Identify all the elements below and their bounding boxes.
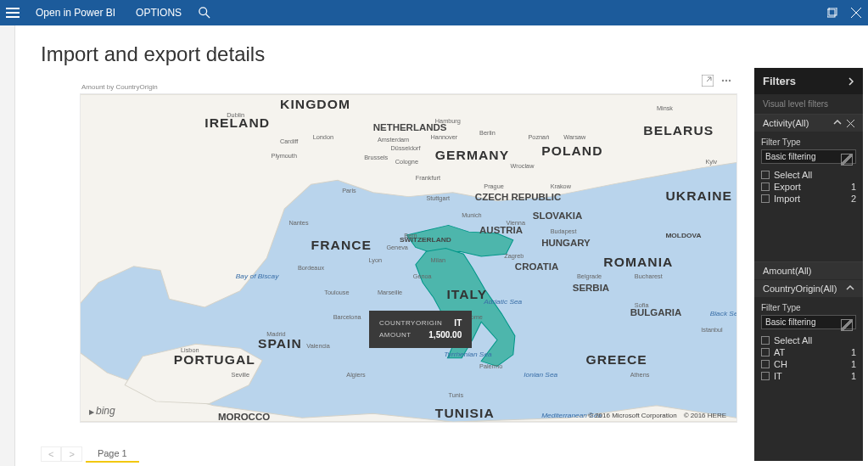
- country-label: UKRAINE: [665, 189, 732, 203]
- svg-text:Nantes: Nantes: [288, 221, 309, 227]
- filter-field-amount[interactable]: Amount(All): [754, 262, 863, 280]
- expand-filters-icon[interactable]: [848, 76, 854, 87]
- country-label: CROATIA: [515, 262, 558, 272]
- bing-logo: bing: [89, 405, 115, 417]
- sea-label: Adriatic Sea: [483, 298, 523, 306]
- options-button[interactable]: OPTIONS: [126, 0, 192, 25]
- filter-type-label: Filter Type: [761, 303, 856, 312]
- svg-text:Palermo: Palermo: [479, 364, 502, 370]
- page-title: Import and export details: [41, 42, 265, 66]
- svg-text:Munich: Munich: [462, 212, 482, 218]
- svg-text:Poznań: Poznań: [529, 134, 550, 140]
- country-label: MOROCCO: [218, 412, 271, 422]
- svg-text:Belgrade: Belgrade: [577, 273, 602, 280]
- svg-text:Seville: Seville: [232, 372, 250, 378]
- country-label: CZECH REPUBLIC: [475, 193, 561, 203]
- svg-text:Geneva: Geneva: [386, 245, 408, 251]
- svg-rect-3: [827, 9, 835, 17]
- svg-text:Zagreb: Zagreb: [504, 253, 524, 260]
- country-label: SERBIA: [573, 283, 609, 293]
- filter-field-countryorigin[interactable]: CountryOrigin(All): [754, 280, 863, 298]
- map-attribution: © 2016 Microsoft Corporation© 2016 HERE: [581, 412, 726, 419]
- filter-field-label: Activity(All): [763, 118, 809, 128]
- filters-title: Filters: [763, 75, 796, 87]
- visual-level-filters-label: Visual level filters: [754, 94, 863, 115]
- filter-type-label: Filter Type: [761, 138, 856, 147]
- svg-rect-2: [829, 8, 837, 15]
- country-label: SLOVAKIA: [533, 211, 582, 221]
- svg-text:Barcelona: Barcelona: [333, 315, 361, 321]
- svg-point-9: [725, 80, 727, 81]
- svg-point-10: [729, 80, 731, 81]
- country-label: HUNGARY: [541, 238, 591, 248]
- report-canvas: Amount by CountryOrigin IRELAND KINGDOM …: [41, 68, 741, 436]
- filter-type-select[interactable]: Basic filtering: [761, 149, 856, 164]
- filter-type-select[interactable]: Basic filtering: [761, 315, 856, 329]
- filter-field-label: CountryOrigin(All): [763, 284, 837, 294]
- map-viewport[interactable]: IRELAND KINGDOM NETHERLANDS GERMANY POLA…: [80, 93, 737, 423]
- svg-text:Sofia: Sofia: [635, 302, 649, 308]
- svg-text:Plymouth: Plymouth: [272, 154, 297, 160]
- sea-label: Bay of Biscay: [236, 272, 280, 280]
- svg-text:Istanbul: Istanbul: [701, 327, 723, 333]
- country-label: FRANCE: [311, 239, 372, 252]
- svg-text:Frankfurt: Frankfurt: [416, 176, 440, 182]
- sea-label: Black Sea: [710, 310, 736, 317]
- clear-filter-icon[interactable]: [847, 120, 854, 127]
- search-icon[interactable]: [192, 0, 217, 25]
- close-window-icon[interactable]: [844, 0, 868, 25]
- svg-text:Cologne: Cologne: [395, 159, 418, 166]
- select-all-checkbox[interactable]: Select All: [761, 334, 856, 346]
- svg-text:Amsterdam: Amsterdam: [378, 137, 409, 143]
- prev-page-icon[interactable]: <: [41, 446, 61, 462]
- svg-text:Minsk: Minsk: [657, 106, 674, 112]
- svg-text:Wroclaw: Wroclaw: [511, 163, 535, 169]
- svg-text:Valencia: Valencia: [306, 343, 330, 349]
- filter-option[interactable]: Import 2: [761, 193, 856, 205]
- filter-option[interactable]: AT 1: [761, 346, 856, 358]
- country-label: BELARUS: [643, 124, 714, 138]
- svg-line-1: [206, 14, 210, 18]
- next-page-icon[interactable]: >: [61, 446, 81, 462]
- svg-text:Dublin: Dublin: [227, 112, 244, 118]
- hamburger-menu-icon[interactable]: [0, 0, 25, 25]
- svg-text:Bern: Bern: [404, 233, 417, 239]
- restore-window-icon[interactable]: [820, 0, 844, 25]
- svg-text:Prague: Prague: [484, 183, 504, 190]
- svg-text:Toulouse: Toulouse: [324, 290, 349, 296]
- collapse-icon[interactable]: [846, 284, 854, 293]
- svg-text:Berlin: Berlin: [479, 130, 496, 136]
- svg-point-0: [199, 8, 207, 15]
- svg-text:Paris: Paris: [342, 188, 356, 194]
- filters-header[interactable]: Filters: [754, 68, 863, 94]
- filter-field-activity[interactable]: Activity(All): [754, 115, 863, 132]
- map-visual[interactable]: Amount by CountryOrigin IRELAND KINGDOM …: [80, 76, 737, 433]
- collapse-icon[interactable]: [833, 119, 842, 127]
- svg-line-7: [707, 77, 711, 81]
- left-panel-collapsed[interactable]: [0, 0, 15, 466]
- svg-text:Hamburg: Hamburg: [435, 118, 461, 125]
- svg-text:Madrid: Madrid: [266, 331, 285, 337]
- filter-option[interactable]: Export 1: [761, 181, 856, 193]
- page-tab-1[interactable]: Page 1: [86, 446, 139, 463]
- svg-text:Bucharest: Bucharest: [635, 273, 663, 279]
- select-all-checkbox[interactable]: Select All: [761, 169, 856, 181]
- open-in-powerbi-button[interactable]: Open in Power BI: [25, 0, 126, 25]
- svg-text:Krakow: Krakow: [551, 183, 572, 189]
- more-options-icon[interactable]: [720, 75, 732, 87]
- focus-mode-icon[interactable]: [702, 75, 714, 87]
- country-label: POLAND: [541, 144, 602, 158]
- country-label: SPAIN: [258, 337, 302, 351]
- country-label: NETHERLANDS: [373, 123, 447, 133]
- svg-text:Bordeaux: Bordeaux: [298, 266, 325, 272]
- page-tabs: < > Page 1: [41, 446, 139, 463]
- country-label: TUNISIA: [435, 407, 495, 420]
- svg-text:Marseille: Marseille: [378, 290, 402, 296]
- filter-option[interactable]: CH 1: [761, 358, 856, 370]
- country-label: KINGDOM: [280, 98, 350, 111]
- svg-text:Stuttgart: Stuttgart: [426, 196, 450, 203]
- svg-text:Düsseldorf: Düsseldorf: [391, 145, 421, 151]
- svg-text:London: London: [313, 134, 333, 140]
- filter-option[interactable]: IT 1: [761, 370, 856, 382]
- country-label: AUSTRIA: [479, 225, 523, 235]
